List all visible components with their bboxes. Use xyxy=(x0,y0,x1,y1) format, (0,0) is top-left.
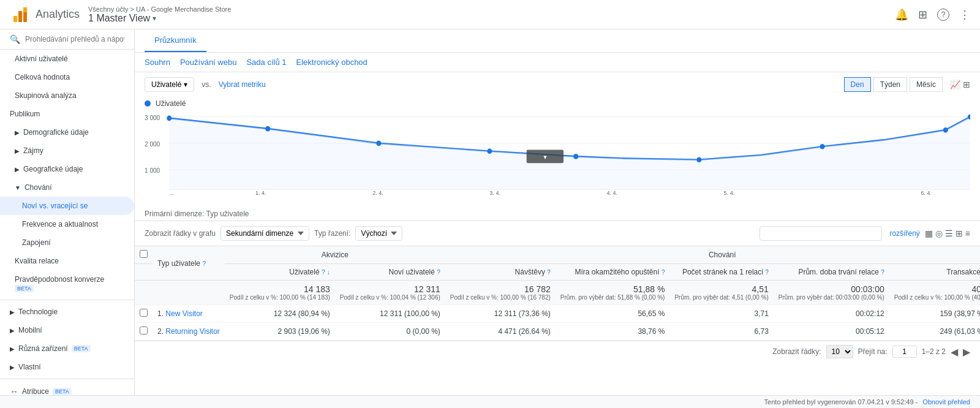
secondary-dim-select[interactable]: Sekundární dimenze xyxy=(221,226,309,241)
data-table: Typ uživatele ? Akvizice Chování Konverz… xyxy=(135,246,980,341)
sidebar-section-zajmy[interactable]: ▶ Zájmy xyxy=(0,142,134,160)
refresh-link[interactable]: Obnovit přehled xyxy=(922,398,970,406)
row2-navstevy-cell: 4 471 (26,64 %) xyxy=(445,323,556,341)
row2-novi-cell: 0 (0,00 %) xyxy=(335,323,445,341)
sidebar-section-ruzna-zarizeni[interactable]: ▶ Různá zařízení BETA xyxy=(0,339,134,358)
doba-help-icon[interactable]: ? xyxy=(881,269,884,276)
date-btn-mesic[interactable]: Měsíc xyxy=(910,77,943,92)
svg-text:6. 4.: 6. 4. xyxy=(921,190,932,196)
sidebar-item-frekvence[interactable]: Frekvence a aktualnost xyxy=(0,215,134,233)
navstevy-help-icon[interactable]: ? xyxy=(547,269,551,276)
row2-checkbox-cell xyxy=(135,323,153,341)
total-stranky-cell: 4,51 Prům. pro výběr dat: 4,51 (0,00 %) xyxy=(669,281,773,305)
novi-help-icon[interactable]: ? xyxy=(437,269,440,276)
content-area: Průzkumník Souhrn Používání webu Sada cí… xyxy=(135,29,980,408)
sidebar-item-aktivni-uzivatele[interactable]: Aktivní uživatelé xyxy=(0,50,134,68)
advanced-link[interactable]: rozšířený xyxy=(889,229,919,238)
select-all-checkbox[interactable] xyxy=(140,250,148,258)
bottom-bar: Tento přehled byl vygenerován 07.04.21 v… xyxy=(0,395,980,408)
svg-text:4. 4.: 4. 4. xyxy=(606,190,617,196)
user-type-help-icon[interactable]: ? xyxy=(202,260,206,267)
row1-navstevy-cell: 12 311 (73,36 %) xyxy=(445,305,556,323)
table-search-input[interactable] xyxy=(760,226,882,241)
svg-point-13 xyxy=(265,126,270,132)
row2-uzivatele-cell: 2 903 (19,06 %) xyxy=(225,323,335,341)
sidebar-item-skupinova-analyza[interactable]: Skupinová analýza xyxy=(0,86,134,105)
svg-point-16 xyxy=(573,154,578,159)
sub-tab-elektronicky-obchod[interactable]: Elektronický obchod xyxy=(296,58,367,67)
row1-uzivatele-cell: 12 324 (80,94 %) xyxy=(225,305,335,323)
svg-text:5. 4.: 5. 4. xyxy=(724,190,735,196)
total-checkbox-cell xyxy=(135,281,153,305)
row2-transakce-cell: 249 (61,03 %) xyxy=(889,323,980,341)
bell-icon[interactable]: 🔔 xyxy=(895,8,908,21)
sidebar-section-publikum[interactable]: Publikum xyxy=(0,105,134,123)
sidebar-section-mobilni[interactable]: ▶ Mobilní xyxy=(0,321,134,339)
row2-link[interactable]: Returning Visitor xyxy=(165,327,220,336)
content-tabs: Průzkumník xyxy=(135,29,980,53)
chart-controls: Uživatelé ▾ vs. Vybrat metriku Den Týden… xyxy=(135,72,980,97)
row1-link[interactable]: New Visitor xyxy=(165,309,202,318)
tab-pruzkumnik[interactable]: Průzkumník xyxy=(145,29,206,52)
grid-icon[interactable]: ⊞ xyxy=(918,8,927,21)
metric-button[interactable]: Uživatelé ▾ xyxy=(145,77,194,92)
table-icon-pie[interactable]: ◎ xyxy=(935,229,943,238)
total-novi-cell: 12 311 Podíl z celku v %: 100,04 % (12 3… xyxy=(335,281,445,305)
view-name[interactable]: 1 Master View ▾ xyxy=(88,13,231,24)
table-icon-list[interactable]: ☰ xyxy=(945,229,953,238)
page-input[interactable] xyxy=(892,346,917,358)
stranky-help-icon[interactable]: ? xyxy=(765,269,769,276)
sidebar-search-container: 🔍 xyxy=(0,29,134,50)
total-uzivatele-cell: 14 183 Podíl z celku v %: 100,00 % (14 1… xyxy=(225,281,335,305)
table-icon-pivot[interactable]: ⊞ xyxy=(956,229,963,238)
sub-tab-pouzivani-webu[interactable]: Používání webu xyxy=(180,58,237,67)
sidebar-item-zapojeni[interactable]: Zapojení xyxy=(0,233,134,252)
sidebar-item-kvalita-relace[interactable]: Kvalita relace xyxy=(0,252,134,270)
rows-per-page-select[interactable]: 10 xyxy=(826,345,853,358)
chart-area: Uživatelé 3 000 2 000 1 000 xyxy=(135,97,980,207)
date-btn-den[interactable]: Den xyxy=(844,77,871,92)
row2-checkbox[interactable] xyxy=(140,327,148,334)
group-akvizice-header: Akvizice xyxy=(225,246,445,264)
logo-area: Analytics Všechny účty > UA - Google Mer… xyxy=(10,5,231,25)
next-page-button[interactable]: ▶ xyxy=(963,346,970,358)
sidebar-item-celkova-hodnota[interactable]: Celková hodnota xyxy=(0,68,134,86)
row1-mira-cell: 56,65 % xyxy=(556,305,670,323)
table-footer: Zobrazit řádky: 10 Přejít na: 1–2 z 2 ◀ … xyxy=(135,341,980,362)
sidebar-item-pravdepodobnost[interactable]: Pravděpodobnost konverze BETA xyxy=(0,270,134,297)
table-icon-grid[interactable]: ▦ xyxy=(925,229,933,238)
search-icon: 🔍 xyxy=(10,34,20,44)
line-chart-icon[interactable]: 📈 xyxy=(950,80,960,89)
table-icon-compare[interactable]: ≡ xyxy=(965,229,970,238)
beta-badge-pravdepodobnost: BETA xyxy=(15,285,34,292)
sort-select[interactable]: Výchozí xyxy=(355,226,402,241)
uzivatele-help-icon[interactable]: ? xyxy=(322,269,325,276)
date-btn-tyden[interactable]: Týden xyxy=(873,77,907,92)
uzivatele-sort-icon[interactable]: ↓ xyxy=(327,269,330,276)
legend-label: Uživatelé xyxy=(156,99,186,108)
account-view-row: Všechny účty > UA - Google Merchandise S… xyxy=(88,6,231,24)
app-title: Analytics xyxy=(36,8,80,21)
svg-text:2 000: 2 000 xyxy=(145,141,160,148)
help-icon[interactable]: ? xyxy=(937,9,949,21)
prev-page-button[interactable]: ◀ xyxy=(951,346,958,358)
sort-label: Typ řazení: xyxy=(314,229,350,238)
select-metric-link[interactable]: Vybrat metriku xyxy=(219,80,266,89)
sidebar-section-chovani[interactable]: ▼ Chování xyxy=(0,178,134,197)
sidebar-section-technologie[interactable]: ▶ Technologie xyxy=(0,303,134,321)
sidebar-section-vlastni[interactable]: ▶ Vlastní xyxy=(0,358,134,376)
sidebar-divider-1 xyxy=(0,300,134,300)
sidebar-section-geograficke[interactable]: ▶ Geografické údaje xyxy=(0,160,134,178)
sub-tab-souhrn[interactable]: Souhrn xyxy=(145,58,170,67)
sub-tab-sada-cilu[interactable]: Sada cílů 1 xyxy=(246,58,286,67)
sidebar-item-novi-vs-vracejici[interactable]: Noví vs. vracející se xyxy=(0,197,134,215)
dot-chart-icon[interactable]: ⊞ xyxy=(963,80,970,89)
total-mira-cell: 51,88 % Prům. pro výběr dat: 51,88 % (0,… xyxy=(556,281,670,305)
search-input[interactable] xyxy=(25,35,124,43)
sidebar-section-demograficke[interactable]: ▶ Demografické údaje xyxy=(0,123,134,142)
menu-icon[interactable]: ⋮ xyxy=(959,8,970,21)
mira-help-icon[interactable]: ? xyxy=(662,269,665,276)
row1-novi-cell: 12 311 (100,00 %) xyxy=(335,305,445,323)
row1-checkbox[interactable] xyxy=(140,309,148,317)
total-navstevy-cell: 16 782 Podíl z celku v %: 100,00 % (16 7… xyxy=(445,281,556,305)
